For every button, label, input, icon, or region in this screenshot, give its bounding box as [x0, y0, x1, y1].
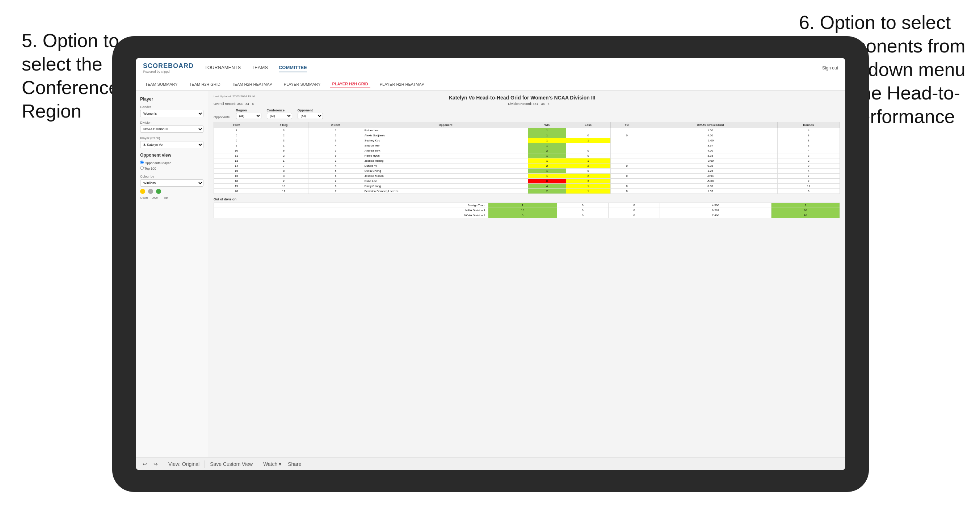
opponent-filter-select[interactable]: (All) — [298, 113, 323, 119]
region-filter-select[interactable]: (All) — [236, 113, 261, 119]
cell-conf: 6 — [309, 184, 363, 189]
cell-div: 3 — [214, 128, 259, 133]
cell-conf: 1 — [309, 159, 363, 163]
sidebar-player-rank-label: Player (Rank) — [140, 137, 204, 140]
cell-div: 16 — [214, 174, 259, 179]
table-row: 3 3 1 Esther Lee 1 1.50 4 — [214, 128, 840, 133]
cell-tie: 0 — [610, 189, 643, 194]
col-opponent: Opponent — [363, 122, 528, 128]
main-data-table: # Div # Reg # Conf Opponent Win Loss Tie… — [213, 122, 840, 194]
cell-loss: 0 — [566, 148, 610, 153]
cell-loss: 0 — [566, 168, 610, 174]
color-dot-level — [148, 189, 153, 194]
subnav-player-summary[interactable]: PLAYER SUMMARY — [282, 81, 323, 88]
color-dot-down — [140, 189, 145, 194]
division-record: Division Record: 331 - 34 - 6 — [508, 102, 550, 106]
toolbar-watch[interactable]: Watch ▾ — [262, 460, 283, 468]
cell-div: 18 — [214, 179, 259, 184]
cell-tie: 0 — [610, 184, 643, 189]
cell-tie — [610, 179, 643, 184]
cell-conf: 4 — [309, 143, 363, 148]
cell-tie — [610, 143, 643, 148]
nav-committee[interactable]: COMMITTEE — [279, 63, 307, 72]
down-label: Down — [140, 196, 148, 199]
toolbar-undo[interactable]: ↩ — [141, 460, 148, 468]
cell-win: 4 — [528, 184, 566, 189]
sign-out-link[interactable]: Sign out — [822, 65, 838, 70]
ood-cell-win: 15 — [488, 208, 557, 213]
sidebar-gender-select[interactable]: Women's — [140, 110, 204, 117]
out-of-division-label: Out of division — [213, 197, 840, 201]
cell-diff: -5.00 — [643, 179, 778, 184]
cell-reg: 2 — [259, 179, 309, 184]
cell-reg: 1 — [259, 143, 309, 148]
overall-record: Overall Record: 353 - 34 - 6 — [213, 102, 254, 106]
sidebar-colour-by-label: Colour by — [140, 175, 204, 178]
opponent-filter-group: Opponent (All) — [298, 108, 323, 119]
col-rounds: Rounds — [777, 122, 840, 128]
cell-diff: -3.00 — [643, 159, 778, 163]
cell-opponent: Jessica Mason — [363, 174, 528, 179]
cell-diff: 4.00 — [643, 148, 778, 153]
cell-win: 2 — [528, 163, 566, 168]
ood-cell-loss: 0 — [557, 203, 608, 208]
cell-diff: 3.33 — [643, 153, 778, 159]
toolbar-save-custom-view[interactable]: Save Custom View — [208, 460, 254, 468]
cell-win: 1 — [528, 159, 566, 163]
cell-rounds: 3 — [777, 138, 840, 143]
cell-conf: 7 — [309, 189, 363, 194]
cell-rounds: 4 — [777, 168, 840, 174]
cell-rounds: 4 — [777, 128, 840, 133]
col-loss: Loss — [566, 122, 610, 128]
cell-win: 1 — [528, 133, 566, 138]
cell-tie — [610, 153, 643, 159]
sidebar-player-rank-select[interactable]: 8. Katelyn Vo — [140, 141, 204, 148]
subnav-team-summary[interactable]: TEAM SUMMARY — [143, 81, 180, 88]
subnav-player-h2h-heatmap[interactable]: PLAYER H2H HEATMAP — [378, 81, 426, 88]
nav-teams[interactable]: TEAMS — [251, 63, 268, 72]
cell-win: 1 — [528, 168, 566, 174]
record-row: Overall Record: 353 - 34 - 6 Division Re… — [213, 102, 840, 106]
cell-diff: -1.00 — [643, 138, 778, 143]
sidebar-opponents-played-radio[interactable]: Opponents Played — [140, 160, 204, 165]
cell-win: 2 — [528, 148, 566, 153]
toolbar-share[interactable]: Share — [286, 460, 303, 468]
ood-cell-rounds: 10 — [771, 213, 840, 218]
ood-cell-name: Foreign Team — [214, 203, 488, 208]
subnav-player-h2h-grid[interactable]: PLAYER H2H GRID — [330, 80, 370, 88]
subnav-team-h2h-grid[interactable]: TEAM H2H GRID — [187, 81, 223, 88]
report-header: Last Updated: 27/03/2024 19:46 Katelyn V… — [213, 95, 840, 100]
cell-reg: 10 — [259, 184, 309, 189]
cell-conf: 6 — [309, 174, 363, 179]
cell-diff: 0.38 — [643, 163, 778, 168]
sidebar-division-select[interactable]: NCAA Division III — [140, 125, 204, 133]
col-win: Win — [528, 122, 566, 128]
ood-cell-win: 1 — [488, 203, 557, 208]
conference-filter-select[interactable]: (All) — [267, 113, 292, 119]
ood-cell-tie: 0 — [609, 203, 660, 208]
cell-opponent: Heejo Hyun — [363, 153, 528, 159]
cell-diff: 1.50 — [643, 128, 778, 133]
cell-rounds: 4 — [777, 148, 840, 153]
subnav-team-h2h-heatmap[interactable]: TEAM H2H HEATMAP — [230, 81, 274, 88]
nav-tournaments[interactable]: TOURNAMENTS — [205, 63, 241, 72]
cell-div: 9 — [214, 143, 259, 148]
filter-section: Opponents: Region (All) Conference (All) — [213, 108, 840, 119]
color-labels: Down Level Up — [140, 196, 204, 199]
toolbar-view-original[interactable]: View: Original — [167, 460, 201, 468]
cell-loss: 0 — [566, 153, 610, 159]
cell-div: 13 — [214, 159, 259, 163]
cell-tie — [610, 148, 643, 153]
sidebar-colour-by-select[interactable]: Win/loss — [140, 179, 204, 187]
cell-reg: 7 — [259, 163, 309, 168]
report-title: Katelyn Vo Head-to-Head Grid for Women's… — [449, 95, 595, 100]
sidebar-top100-radio[interactable]: Top 100 — [140, 166, 204, 170]
cell-win: 1 — [528, 143, 566, 148]
cell-reg: 3 — [259, 174, 309, 179]
table-row: 16 3 6 Jessica Mason 1 2 0 -0.94 7 — [214, 174, 840, 179]
color-legend — [140, 189, 204, 194]
toolbar-sep-2 — [205, 460, 205, 468]
tablet-screen: SCOREBOARD Powered by clippd TOURNAMENTS… — [136, 58, 845, 470]
toolbar-redo[interactable]: ↪ — [152, 460, 159, 468]
cell-loss: 1 — [566, 159, 610, 163]
